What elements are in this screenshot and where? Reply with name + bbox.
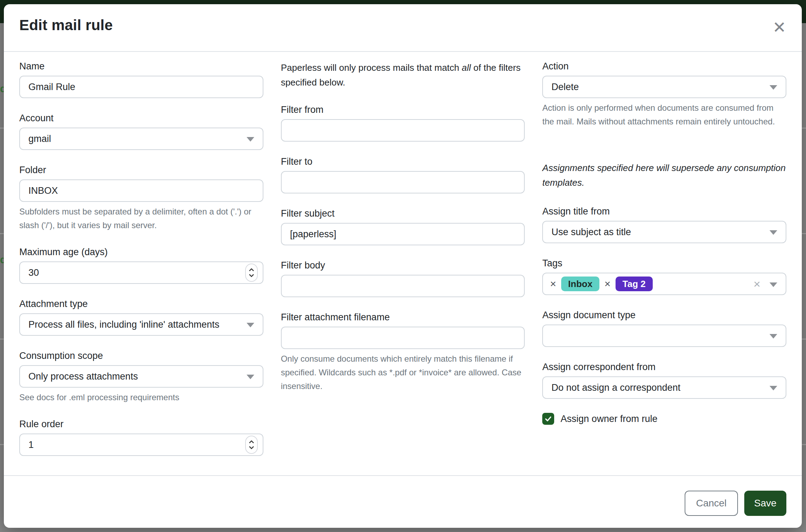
rule-order-label: Rule order [19, 418, 263, 430]
close-icon[interactable]: ✕ [770, 18, 788, 36]
field-filter-from: Filter from [281, 104, 525, 142]
assign-correspondent-from-label: Assign correspondent from [542, 361, 786, 373]
field-assign-document-type: Assign document type [542, 309, 786, 347]
cancel-button[interactable]: Cancel [685, 491, 738, 516]
field-action: Action Delete Action is only performed w… [542, 60, 786, 128]
chevron-down-icon [770, 386, 777, 390]
consumption-scope-value: Only process attachments [28, 371, 138, 382]
stepper-down-icon [248, 273, 255, 278]
account-value: gmail [28, 134, 51, 144]
assign-document-type-select[interactable] [542, 325, 786, 347]
assign-correspondent-from-select[interactable]: Do not assign a correspondent [542, 376, 786, 399]
chevron-down-icon [247, 137, 254, 142]
attachment-type-select[interactable]: Process all files, including 'inline' at… [19, 313, 263, 336]
consumption-scope-select[interactable]: Only process attachments [19, 365, 263, 388]
remove-tag-icon[interactable]: × [604, 279, 611, 289]
checkmark-icon [544, 415, 552, 423]
field-name: Name [19, 60, 263, 98]
action-label: Action [542, 60, 786, 72]
stepper-up-icon [248, 439, 255, 444]
stepper-down-icon [248, 445, 255, 450]
assign-document-type-label: Assign document type [542, 309, 786, 321]
field-filter-subject: Filter subject [281, 207, 525, 245]
assign-title-from-label: Assign title from [542, 205, 786, 217]
name-label: Name [19, 60, 263, 72]
folder-help-text: Subfolders must be separated by a delimi… [19, 205, 263, 232]
attachment-type-value: Process all files, including 'inline' at… [28, 319, 220, 330]
rule-order-input[interactable] [20, 434, 263, 455]
chevron-down-icon [770, 230, 777, 235]
field-filter-attachment-filename: Filter attachment filename Only consume … [281, 311, 525, 393]
clear-tags-icon[interactable]: × [753, 278, 760, 290]
modal-header: Edit mail rule ✕ [4, 4, 802, 52]
chevron-down-icon [770, 334, 777, 339]
chevron-down-icon [247, 375, 254, 379]
filter-subject-input[interactable] [282, 224, 524, 245]
stepper-up-icon [248, 267, 255, 272]
field-folder: Folder Subfolders must be separated by a… [19, 164, 263, 232]
filter-from-label: Filter from [281, 104, 525, 116]
dimmed-background-page: d d Edit mail rule ✕ Name Account gmail [0, 0, 806, 532]
modal-title: Edit mail rule [19, 17, 786, 34]
assign-correspondent-from-value: Do not assign a correspondent [551, 382, 680, 393]
assign-owner-row: Assign owner from rule [542, 413, 786, 425]
filter-subject-label: Filter subject [281, 207, 525, 219]
column-general: Name Account gmail Folder [19, 60, 263, 475]
folder-input[interactable] [20, 180, 263, 201]
tag-chip: Tag 2 [616, 277, 653, 291]
tags-label: Tags [542, 257, 786, 269]
modal-body: Name Account gmail Folder [4, 52, 802, 475]
field-assign-title-from: Assign title from Use subject as title [542, 205, 786, 243]
number-stepper[interactable] [245, 436, 258, 454]
column-filters: Paperless will only process mails that m… [281, 60, 525, 475]
assignments-note: Assignments specified here will supersed… [542, 161, 786, 190]
action-select[interactable]: Delete [542, 76, 786, 98]
field-filter-body: Filter body [281, 259, 525, 297]
max-age-input[interactable] [20, 262, 263, 283]
column-actions: Action Delete Action is only performed w… [542, 60, 786, 475]
field-account: Account gmail [19, 112, 263, 150]
modal-footer: Cancel Save [4, 475, 802, 528]
save-button[interactable]: Save [744, 491, 786, 516]
field-attachment-type: Attachment type Process all files, inclu… [19, 298, 263, 336]
chevron-down-icon [247, 323, 254, 327]
filter-to-label: Filter to [281, 156, 525, 168]
filters-intro-text: Paperless will only process mails that m… [281, 60, 525, 90]
folder-label: Folder [19, 164, 263, 176]
max-age-label: Maximum age (days) [19, 246, 263, 258]
filter-attachment-filename-input[interactable] [282, 327, 524, 348]
field-rule-order: Rule order [19, 418, 263, 456]
assign-owner-label: Assign owner from rule [560, 414, 657, 424]
edit-mail-rule-modal: Edit mail rule ✕ Name Account gmail [4, 4, 802, 528]
number-stepper[interactable] [245, 264, 258, 282]
account-select[interactable]: gmail [19, 128, 263, 150]
consumption-scope-help-text: See docs for .eml processing requirement… [19, 390, 263, 404]
assign-title-from-value: Use subject as title [551, 227, 631, 238]
account-label: Account [19, 112, 263, 124]
name-input[interactable] [20, 76, 263, 97]
field-max-age: Maximum age (days) [19, 246, 263, 284]
filter-attachment-filename-help-text: Only consume documents which entirely ma… [281, 352, 525, 393]
chevron-down-icon [770, 85, 777, 90]
chevron-down-icon [770, 282, 777, 287]
action-help-text: Action is only performed when documents … [542, 101, 786, 128]
assign-owner-checkbox[interactable] [542, 413, 554, 425]
field-filter-to: Filter to [281, 156, 525, 193]
field-assign-correspondent-from: Assign correspondent from Do not assign … [542, 361, 786, 399]
tag-chip: Inbox [561, 277, 599, 291]
field-consumption-scope: Consumption scope Only process attachmen… [19, 350, 263, 404]
remove-tag-icon[interactable]: × [550, 279, 556, 289]
filter-attachment-filename-label: Filter attachment filename [281, 311, 525, 323]
filter-to-input[interactable] [282, 172, 524, 193]
assign-title-from-select[interactable]: Use subject as title [542, 221, 786, 243]
field-tags: Tags × Inbox × Tag 2 × [542, 257, 786, 295]
filter-body-label: Filter body [281, 259, 525, 271]
filter-from-input[interactable] [282, 120, 524, 141]
consumption-scope-label: Consumption scope [19, 350, 263, 362]
action-value: Delete [551, 82, 579, 93]
attachment-type-label: Attachment type [19, 298, 263, 310]
tags-multiselect[interactable]: × Inbox × Tag 2 × [542, 273, 786, 295]
filter-body-input[interactable] [282, 275, 524, 296]
